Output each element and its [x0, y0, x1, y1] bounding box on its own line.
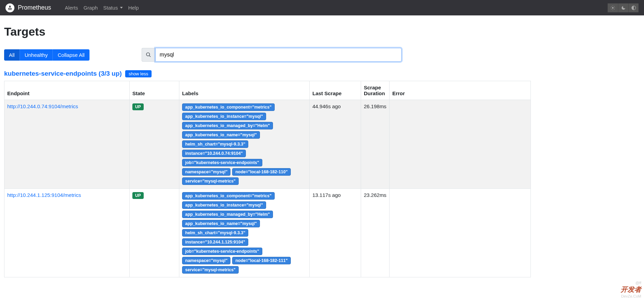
group-header: kubernetes-service-endpoints (3/3 up) sh…: [4, 70, 531, 77]
nav-graph[interactable]: Graph: [83, 5, 98, 11]
search-input[interactable]: [155, 48, 402, 62]
filter-button-group: All Unhealthy Collapse All: [4, 49, 90, 61]
label-pill: app_kubernetes_io_component="metrics": [182, 192, 275, 200]
brand-wrap[interactable]: Prometheus: [5, 3, 51, 12]
label-pill: app_kubernetes_io_instance="mysql": [182, 113, 266, 120]
table-row: http://10.244.0.74:9104/metricsUPapp_kub…: [4, 100, 531, 189]
th-labels: Labels: [179, 81, 310, 100]
last-scrape-cell: 13.117s ago: [310, 189, 361, 277]
moon-icon: [621, 5, 626, 10]
status-badge: UP: [132, 103, 144, 110]
endpoint-link[interactable]: http://10.244.1.125:9104/metrics: [7, 192, 81, 198]
main-container: Targets All Unhealthy Collapse All kuber…: [0, 15, 535, 281]
label-pill: job="kubernetes-service-endpoints": [182, 248, 262, 255]
page-title: Targets: [4, 25, 531, 38]
labels-wrap: app_kubernetes_io_component="metrics"app…: [182, 192, 307, 274]
th-state: State: [130, 81, 179, 100]
label-pill: instance="10.244.1.125:9104": [182, 238, 248, 246]
nav-items: Alerts Graph Status Help: [65, 5, 139, 11]
duration-cell: 26.198ms: [361, 100, 390, 189]
nav-status[interactable]: Status: [103, 5, 123, 11]
search-icon: [142, 48, 155, 62]
theme-light-button[interactable]: [608, 3, 618, 12]
prometheus-logo-icon: [5, 3, 14, 12]
error-cell: [389, 100, 530, 189]
theme-auto-button[interactable]: [628, 3, 639, 12]
th-last-scrape: Last Scrape: [310, 81, 361, 100]
svg-line-8: [611, 9, 611, 9]
show-less-button[interactable]: show less: [125, 70, 152, 77]
label-pill: service="mysql-metrics": [182, 177, 239, 185]
label-pill: app_kubernetes_io_name="mysql": [182, 131, 260, 139]
label-pill: app_kubernetes_io_managed_by="Helm": [182, 211, 273, 218]
label-pill: job="kubernetes-service-endpoints": [182, 159, 262, 166]
filter-all-button[interactable]: All: [4, 49, 20, 61]
endpoint-link[interactable]: http://10.244.0.74:9104/metrics: [7, 103, 78, 109]
controls-row: All Unhealthy Collapse All: [4, 48, 531, 62]
navbar-right: [608, 3, 639, 12]
th-error: Error: [389, 81, 530, 100]
label-pill: app_kubernetes_io_component="metrics": [182, 103, 275, 111]
label-pill: helm_sh_chart="mysql-9.3.3": [182, 229, 248, 237]
nav-alerts[interactable]: Alerts: [65, 5, 78, 11]
label-pill: namespace="mysql": [182, 168, 230, 176]
label-pill: instance="10.244.0.74:9104": [182, 150, 246, 157]
search-wrap: [142, 48, 402, 62]
navbar: Prometheus Alerts Graph Status Help: [0, 0, 644, 15]
th-endpoint: Endpoint: [4, 81, 130, 100]
duration-cell: 23.262ms: [361, 189, 390, 277]
label-pill: node="local-168-182-110": [232, 168, 291, 176]
group-title[interactable]: kubernetes-service-endpoints (3/3 up): [4, 70, 122, 77]
svg-point-10: [146, 53, 150, 56]
contrast-icon: [631, 5, 636, 10]
label-pill: namespace="mysql": [182, 257, 230, 264]
svg-line-7: [614, 6, 615, 7]
navbar-left: Prometheus Alerts Graph Status Help: [5, 3, 139, 12]
label-pill: app_kubernetes_io_managed_by="Helm": [182, 122, 273, 129]
error-cell: [389, 189, 530, 277]
label-pill: app_kubernetes_io_instance="mysql": [182, 201, 266, 209]
table-row: http://10.244.1.125:9104/metricsUPapp_ku…: [4, 189, 531, 277]
brand-text: Prometheus: [18, 4, 51, 11]
label-pill: service="mysql-metrics": [182, 266, 239, 274]
last-scrape-cell: 44.946s ago: [310, 100, 361, 189]
svg-point-0: [612, 7, 614, 9]
label-pill: node="local-168-182-111": [232, 257, 291, 264]
label-pill: helm_sh_chart="mysql-9.3.3": [182, 140, 248, 148]
filter-collapse-all-button[interactable]: Collapse All: [52, 49, 89, 61]
chevron-down-icon: [120, 7, 123, 9]
targets-table: Endpoint State Labels Last Scrape Scrape…: [4, 81, 531, 277]
filter-unhealthy-button[interactable]: Unhealthy: [20, 49, 53, 61]
label-pill: app_kubernetes_io_name="mysql": [182, 220, 260, 227]
svg-line-5: [611, 6, 611, 7]
theme-dark-button[interactable]: [618, 3, 628, 12]
sun-icon: [610, 5, 615, 10]
nav-help[interactable]: Help: [128, 5, 139, 11]
status-badge: UP: [132, 192, 144, 199]
svg-line-11: [149, 55, 151, 57]
svg-line-6: [614, 9, 615, 9]
labels-wrap: app_kubernetes_io_component="metrics"app…: [182, 103, 307, 185]
th-scrape-duration: Scrape Duration: [361, 81, 390, 100]
